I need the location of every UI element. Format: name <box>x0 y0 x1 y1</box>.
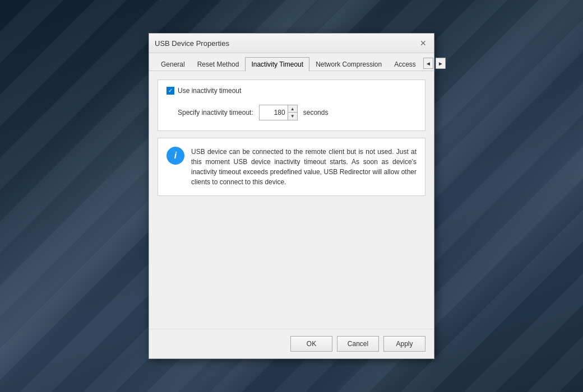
use-inactivity-checkbox[interactable] <box>166 87 174 95</box>
close-button[interactable]: ✕ <box>418 38 428 48</box>
checkbox-row: Use inactivity timeout <box>166 87 417 95</box>
dialog-window: USB Device Properties ✕ General Reset Me… <box>149 33 434 359</box>
tab-content: Use inactivity timeout Specify inactivit… <box>149 71 434 329</box>
tab-access[interactable]: Access <box>388 57 422 71</box>
tab-prev-button[interactable]: ◄ <box>423 58 433 69</box>
dialog-title: USB Device Properties <box>155 39 229 48</box>
spinner-down-button[interactable]: ▼ <box>288 113 297 120</box>
tabs-container: General Reset Method Inactivity Timeout … <box>149 53 434 71</box>
spinner-up-button[interactable]: ▲ <box>288 105 297 113</box>
checkbox-label: Use inactivity timeout <box>178 87 241 95</box>
cancel-button[interactable]: Cancel <box>337 336 379 352</box>
seconds-label: seconds <box>303 109 328 116</box>
timeout-input[interactable] <box>260 105 288 120</box>
tab-inactivity-timeout[interactable]: Inactivity Timeout <box>245 57 309 71</box>
tab-general[interactable]: General <box>155 57 191 71</box>
spinner-container: ▲ ▼ <box>259 105 298 120</box>
tab-reset-method[interactable]: Reset Method <box>191 57 246 71</box>
info-text: USB device can be connected to the remot… <box>191 147 417 187</box>
tab-network-compression[interactable]: Network Compression <box>309 57 388 71</box>
title-bar: USB Device Properties ✕ <box>149 34 434 53</box>
apply-button[interactable]: Apply <box>383 336 425 352</box>
button-bar: OK Cancel Apply <box>149 329 434 358</box>
spinner-buttons: ▲ ▼ <box>288 105 297 120</box>
inactivity-section: Use inactivity timeout Specify inactivit… <box>158 80 425 131</box>
tab-next-button[interactable]: ► <box>436 58 446 69</box>
ok-button[interactable]: OK <box>290 336 332 352</box>
info-box: i USB device can be connected to the rem… <box>158 138 425 196</box>
tab-nav-buttons: ◄ ► <box>422 58 446 71</box>
timeout-row: Specify inactivity timeout: ▲ ▼ seconds <box>166 101 417 124</box>
specify-label: Specify inactivity timeout: <box>178 109 253 116</box>
info-icon: i <box>166 147 184 165</box>
